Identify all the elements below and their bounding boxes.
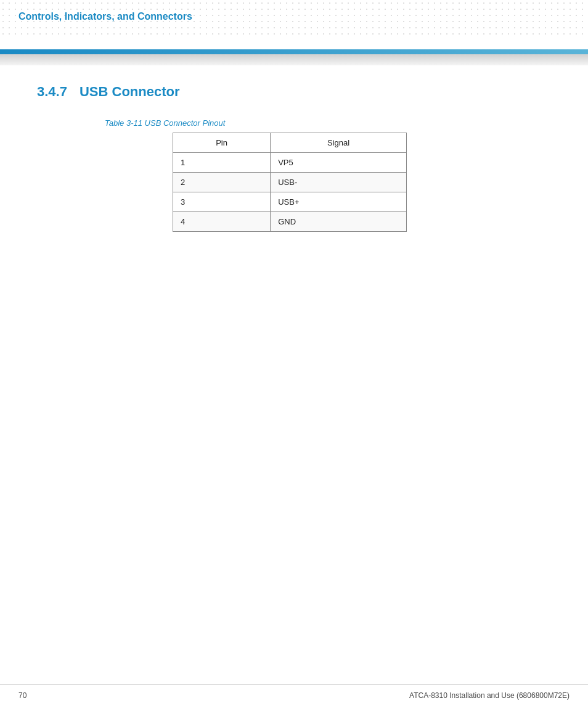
page-number: 70 — [18, 691, 27, 700]
table-row: 1VP5 — [173, 153, 407, 173]
cell-signal: GND — [271, 212, 407, 232]
cell-pin: 4 — [173, 212, 271, 232]
main-content: 3.4.7 USB Connector Table 3-11 USB Conne… — [0, 65, 588, 269]
gray-strip — [0, 54, 588, 65]
cell-signal: VP5 — [271, 153, 407, 173]
section-number: 3.4.7 — [37, 84, 67, 100]
column-header-signal: Signal — [271, 133, 407, 153]
cell-pin: 1 — [173, 153, 271, 173]
table-wrapper: Table 3-11 USB Connector Pinout Pin Sign… — [105, 118, 551, 232]
cell-pin: 2 — [173, 173, 271, 192]
blue-accent-bar — [0, 49, 588, 54]
section-title: USB Connector — [80, 84, 180, 100]
cell-signal: USB- — [271, 173, 407, 192]
table-row: 2USB- — [173, 173, 407, 192]
pinout-table: Pin Signal 1VP52USB-3USB+4GND — [173, 133, 407, 232]
footer: 70 ATCA-8310 Installation and Use (68068… — [0, 684, 588, 706]
table-caption: Table 3-11 USB Connector Pinout — [105, 118, 551, 128]
table-row: 3USB+ — [173, 192, 407, 212]
section-heading: 3.4.7 USB Connector — [37, 84, 551, 100]
cell-pin: 3 — [173, 192, 271, 212]
chapter-title: Controls, Indicators, and Connectors — [18, 11, 192, 22]
column-header-pin: Pin — [173, 133, 271, 153]
table-row: 4GND — [173, 212, 407, 232]
cell-signal: USB+ — [271, 192, 407, 212]
document-title: ATCA-8310 Installation and Use (6806800M… — [409, 691, 570, 700]
table-header-row: Pin Signal — [173, 133, 407, 153]
header-title-bar: Controls, Indicators, and Connectors — [0, 6, 588, 27]
header-area: Controls, Indicators, and Connectors — [0, 0, 588, 49]
